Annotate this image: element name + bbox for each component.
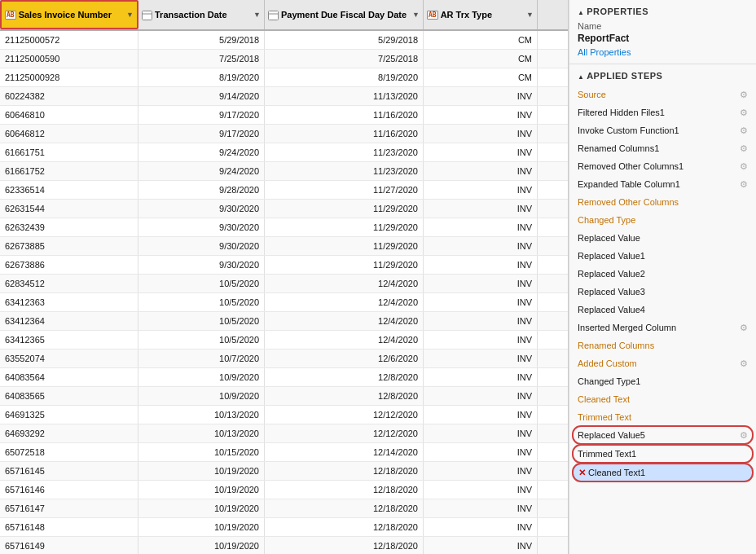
table-row[interactable]: 626324399/30/202011/29/2020INV — [0, 218, 568, 237]
table-cell: 8/19/2020 — [265, 68, 424, 86]
table-cell: 10/15/2020 — [138, 443, 265, 461]
table-row[interactable]: 6571614510/19/202012/18/2020INV — [0, 462, 568, 481]
step-item-replaced-val2[interactable]: Replaced Value1 — [573, 247, 753, 265]
table-cell: INV — [424, 162, 538, 180]
table-row[interactable]: 211250009288/19/20208/19/2020CM — [0, 68, 568, 87]
col-type-icon-col3 — [268, 10, 279, 20]
col-header-col1[interactable]: ABSales Invoice Number▼ — [0, 0, 138, 29]
table-body[interactable]: 211250005725/29/20185/29/2018CM211250005… — [0, 31, 568, 554]
table-row[interactable]: 6341236410/5/202012/4/2020INV — [0, 312, 568, 331]
step-gear-icon[interactable]: ⚙ — [740, 161, 748, 172]
all-properties-link[interactable]: All Properties — [578, 47, 631, 57]
step-item-trimmed-text1[interactable]: Trimmed Text1 — [573, 445, 753, 463]
table-cell: 12/6/2020 — [265, 350, 424, 367]
table-cell: INV — [424, 125, 538, 143]
step-item-replaced-val5[interactable]: Replaced Value4 — [573, 301, 753, 319]
step-item-changed-type1[interactable]: Changed Type — [573, 211, 753, 229]
table-row[interactable]: 626315449/30/202011/29/2020INV — [0, 200, 568, 218]
table-cell: CM — [424, 50, 538, 68]
step-gear-icon[interactable]: ⚙ — [740, 358, 748, 369]
table-cell: INV — [424, 237, 538, 255]
step-item-changed-type2[interactable]: Changed Type1 — [573, 372, 753, 390]
step-gear-icon[interactable]: ⚙ — [740, 179, 748, 190]
steps-list: Source⚙Filtered Hidden Files1⚙Invoke Cus… — [569, 86, 756, 547]
table-row[interactable]: 6571614610/19/202012/18/2020INV — [0, 481, 568, 499]
table-row[interactable]: 6469329210/13/202012/12/2020INV — [0, 424, 568, 443]
step-name-replaced-val4: Replaced Value3 — [578, 286, 748, 297]
table-cell: 12/8/2020 — [265, 387, 424, 405]
col-header-col2[interactable]: Transaction Date▼ — [138, 0, 265, 29]
step-item-removed-other1[interactable]: Removed Other Columns1⚙ — [573, 157, 753, 175]
step-item-replaced-val3[interactable]: Replaced Value2 — [573, 265, 753, 283]
col-name-col3: Payment Due Fiscal Day Date — [281, 10, 409, 20]
col-header-col4[interactable]: ABAR Trx Type▼ — [424, 0, 538, 29]
table-cell: 12/12/2020 — [265, 424, 424, 442]
table-cell: 64083564 — [0, 368, 138, 386]
step-item-added-custom[interactable]: Added Custom⚙ — [573, 354, 753, 372]
step-item-renamed-cols1[interactable]: Renamed Columns1⚙ — [573, 139, 753, 157]
table-row[interactable]: 6341236510/5/202012/4/2020INV — [0, 331, 568, 350]
step-item-cleaned-text1[interactable]: ✕Cleaned Text1 — [573, 464, 753, 481]
table-row[interactable]: 606468129/17/202011/16/2020INV — [0, 125, 568, 143]
step-item-source[interactable]: Source⚙ — [573, 86, 753, 103]
table-cell: 60224382 — [0, 87, 138, 105]
table-row[interactable]: 626738869/30/202011/29/2020INV — [0, 256, 568, 275]
table-row[interactable]: 6341236310/5/202012/4/2020INV — [0, 293, 568, 312]
table-cell: 7/25/2018 — [265, 50, 424, 68]
step-item-expanded-table[interactable]: Expanded Table Column1⚙ — [573, 175, 753, 193]
table-row[interactable]: 623365149/28/202011/27/2020INV — [0, 181, 568, 200]
table-row[interactable]: 6571614710/19/202012/18/2020INV — [0, 499, 568, 518]
table-row[interactable]: 211250005907/25/20187/25/2018CM — [0, 50, 568, 68]
table-cell: 9/30/2020 — [138, 200, 265, 218]
step-name-trimmed-text1: Trimmed Text1 — [578, 448, 748, 459]
table-row[interactable]: 6408356410/9/202012/8/2020INV — [0, 368, 568, 387]
step-gear-icon[interactable]: ⚙ — [740, 108, 748, 118]
table-row[interactable]: 6469132510/13/202012/12/2020INV — [0, 406, 568, 424]
step-name-replaced-val5: Replaced Value4 — [578, 304, 748, 315]
table-cell: INV — [424, 518, 538, 536]
step-item-filtered-hidden[interactable]: Filtered Hidden Files1⚙ — [573, 103, 753, 121]
step-gear-icon[interactable]: ⚙ — [740, 125, 748, 136]
table-cell: 62834512 — [0, 275, 138, 292]
step-item-replaced-val4[interactable]: Replaced Value3 — [573, 283, 753, 301]
step-gear-icon[interactable]: ⚙ — [740, 430, 748, 441]
table-cell: INV — [424, 537, 538, 554]
col-header-col3[interactable]: Payment Due Fiscal Day Date▼ — [265, 0, 424, 29]
step-item-trimmed-text[interactable]: Trimmed Text — [573, 408, 753, 426]
col-dropdown-col4[interactable]: ▼ — [526, 11, 534, 19]
table-row[interactable]: 626738859/30/202011/29/2020INV — [0, 237, 568, 256]
table-row[interactable]: 6408356510/9/202012/8/2020INV — [0, 387, 568, 406]
step-item-invoke-custom[interactable]: Invoke Custom Function1⚙ — [573, 121, 753, 139]
table-cell: 8/19/2020 — [138, 68, 265, 86]
step-item-replaced-val1[interactable]: Replaced Value — [573, 229, 753, 247]
table-cell: 21125000572 — [0, 31, 138, 49]
table-cell: 10/7/2020 — [138, 350, 265, 367]
table-row[interactable]: 211250005725/29/20185/29/2018CM — [0, 31, 568, 50]
table-row[interactable]: 6283451210/5/202012/4/2020INV — [0, 275, 568, 293]
col-dropdown-col3[interactable]: ▼ — [412, 11, 420, 19]
table-cell: 9/30/2020 — [138, 218, 265, 236]
step-item-replaced-val6[interactable]: Replaced Value5⚙ — [573, 426, 753, 444]
table-row[interactable]: 6571614810/19/202012/18/2020INV — [0, 518, 568, 537]
col-dropdown-col1[interactable]: ▼ — [126, 11, 134, 19]
step-item-inserted-merged[interactable]: Inserted Merged Column⚙ — [573, 319, 753, 336]
table-row[interactable]: 6507251810/15/202012/14/2020INV — [0, 443, 568, 462]
table-row[interactable]: 616617519/24/202011/23/2020INV — [0, 143, 568, 162]
table-cell: 10/5/2020 — [138, 293, 265, 311]
table-row[interactable]: 616617529/24/202011/23/2020INV — [0, 162, 568, 181]
step-gear-icon[interactable]: ⚙ — [740, 323, 748, 333]
step-gear-icon[interactable]: ⚙ — [740, 90, 748, 100]
step-item-renamed-cols2[interactable]: Renamed Columns — [573, 336, 753, 354]
table-cell: 62632439 — [0, 218, 138, 236]
step-gear-icon[interactable]: ⚙ — [740, 143, 748, 154]
table-row[interactable]: 6571614910/19/202012/18/2020INV — [0, 537, 568, 554]
step-name-replaced-val6: Replaced Value5 — [578, 429, 736, 441]
table-row[interactable]: 6355207410/7/202012/6/2020INV — [0, 350, 568, 368]
col-dropdown-col2[interactable]: ▼ — [253, 11, 261, 19]
table-cell: INV — [424, 200, 538, 218]
step-item-cleaned-text[interactable]: Cleaned Text — [573, 390, 753, 408]
step-item-removed-other2[interactable]: Removed Other Columns — [573, 193, 753, 211]
table-row[interactable]: 602243829/14/202011/13/2020INV — [0, 87, 568, 106]
table-row[interactable]: 606468109/17/202011/16/2020INV — [0, 106, 568, 125]
table-cell: 11/29/2020 — [265, 256, 424, 274]
